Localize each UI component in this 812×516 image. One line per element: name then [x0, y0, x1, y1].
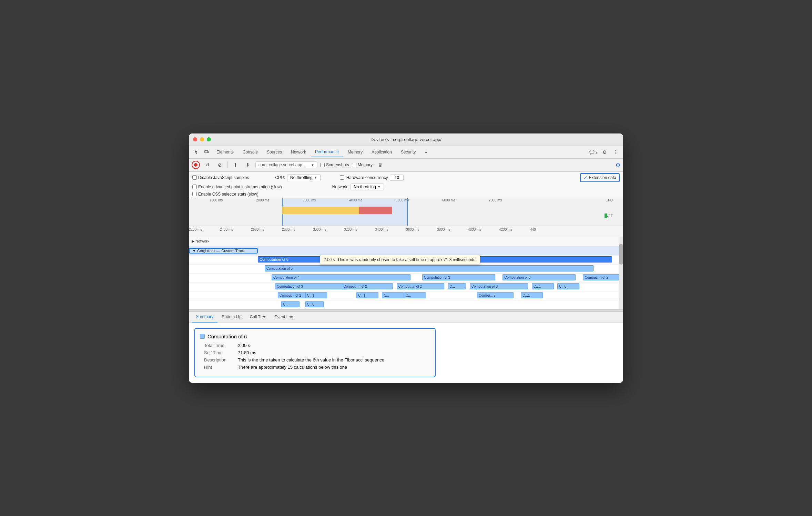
adv-paint-option[interactable]: Enable advanced paint instrumentation (s…	[192, 185, 282, 189]
flame-block-comp3-3[interactable]: Computation of 3	[503, 274, 576, 280]
ruler2-2200: 2200 ms	[189, 228, 202, 231]
flame-block-r3-2[interactable]: Comput...n of 2	[342, 283, 393, 289]
tab-performance[interactable]: Performance	[311, 147, 343, 157]
tab-call-tree[interactable]: Call Tree	[246, 311, 271, 322]
pointer-icon[interactable]	[192, 147, 201, 157]
device-toggle-icon[interactable]	[202, 147, 212, 157]
flame-row-1-content: Computation of 5	[258, 265, 623, 273]
flame-block-comp6[interactable]: Computation of 6	[258, 256, 612, 262]
memory-check-input[interactable]	[352, 163, 356, 167]
url-display: corgi-collage.vercel.app... ▼	[255, 161, 317, 168]
flame-block-comp3-2[interactable]: Computation of 3	[422, 274, 495, 280]
flame-row-5: C... C...0	[189, 300, 623, 309]
flame-row-3: Computation of 3 Comput...n of 2 Comput.…	[189, 282, 623, 291]
tab-bottom-up[interactable]: Bottom-Up	[217, 311, 245, 322]
network-track-label[interactable]: ▶ Network	[189, 239, 234, 244]
gear-icon[interactable]: ⚙	[616, 162, 620, 168]
adv-paint-check[interactable]	[192, 185, 197, 189]
corgi-track-header-row: ▼ Corgi track — Custom Track	[189, 246, 623, 256]
flame-block-r4-2[interactable]: C...1	[305, 292, 327, 298]
tab-summary[interactable]: Summary	[192, 311, 217, 322]
ruler2-container: 2200 ms 2400 ms 2600 ms 2800 ms 3000 ms …	[189, 226, 623, 237]
upload-icon[interactable]: ⬆	[231, 160, 240, 170]
separator	[227, 161, 228, 168]
ruler2-3400: 3400 ms	[375, 228, 388, 231]
flame-block-r4-5[interactable]: C...	[404, 292, 426, 298]
flame-block-r4-3[interactable]: C...1	[356, 292, 378, 298]
ruler2-2600: 2600 ms	[251, 228, 264, 231]
hw-concurrency-check[interactable]	[340, 175, 344, 180]
flame-block-r4-4[interactable]: C...	[382, 292, 404, 298]
flame-block-r3-3[interactable]: Comput...n of 2	[397, 283, 444, 289]
disable-js-option[interactable]: Disable JavaScript samples	[192, 175, 249, 180]
hw-concurrency-input[interactable]	[390, 175, 404, 181]
flame-block-r5-1[interactable]: C...	[281, 301, 300, 307]
tab-memory[interactable]: Memory	[344, 147, 367, 157]
tab-more[interactable]: »	[420, 147, 431, 157]
capture-icon[interactable]: 🖥	[375, 160, 385, 170]
title-bar: DevTools - corgi-collage.vercel.app/	[189, 133, 623, 146]
more-icon[interactable]: ⋮	[611, 147, 620, 157]
tab-sources[interactable]: Sources	[263, 147, 286, 157]
flame-block-r3-4[interactable]: C...	[448, 283, 466, 289]
minimize-button[interactable]	[200, 137, 204, 141]
flame-block-comp5[interactable]: Computation of 5	[265, 265, 593, 271]
flame-block-r3-7[interactable]: C...0	[557, 283, 579, 289]
flame-block-r5-2[interactable]: C...0	[305, 301, 324, 307]
flame-row-4-content: Comput... of 2 C...1 C...1 C... C... Com…	[258, 291, 623, 300]
download-icon[interactable]: ⬇	[243, 160, 253, 170]
extension-check-mark: ✓	[583, 175, 588, 180]
flame-block-r4-6[interactable]: Compu... 2	[477, 292, 514, 298]
options-row-2: Enable advanced paint instrumentation (s…	[192, 183, 620, 190]
window-title: DevTools - corgi-collage.vercel.app/	[371, 137, 441, 142]
extension-data-checkbox[interactable]: ✓ Extension data	[580, 173, 620, 182]
ruler2-2400: 2400 ms	[220, 228, 233, 231]
summary-swatch	[200, 334, 205, 339]
flame-block-r3-6[interactable]: C...1	[532, 283, 554, 289]
record-inner	[194, 163, 197, 167]
summary-panel: Computation of 6 Total Time 2.00 s Self …	[189, 322, 623, 383]
flame-row-0-content: Computation of 6 2.00 s This is was rand…	[258, 256, 623, 264]
tab-console[interactable]: Console	[238, 147, 262, 157]
summary-self-time: Self Time 71.80 ms	[200, 350, 430, 355]
corgi-track-label[interactable]: ▼ Corgi track — Custom Track	[189, 248, 258, 254]
corgi-track-header-content	[258, 246, 623, 255]
ruler2-4000: 4000 ms	[468, 228, 481, 231]
record-button[interactable]	[192, 161, 200, 169]
tab-network[interactable]: Network	[287, 147, 310, 157]
css-selector-check[interactable]	[192, 192, 197, 196]
refresh-icon[interactable]: ↺	[203, 160, 212, 170]
tab-security[interactable]: Security	[397, 147, 420, 157]
screenshots-checkbox[interactable]: Screenshots	[320, 162, 349, 167]
flame-block-r3-5[interactable]: Computation of 3	[470, 283, 528, 289]
network-track-content	[234, 237, 623, 246]
chat-icon[interactable]: 💬2	[589, 147, 598, 157]
screenshots-check-input[interactable]	[320, 163, 325, 167]
flame-block-r4-7[interactable]: C...1	[521, 292, 543, 298]
summary-hint: Hint There are approximately 15 calculat…	[200, 365, 430, 370]
summary-description: Description This is the time taken to ca…	[200, 357, 430, 363]
disable-js-check[interactable]	[192, 175, 197, 180]
options-bar: Disable JavaScript samples CPU: No throt…	[189, 172, 623, 198]
tab-event-log[interactable]: Event Log	[271, 311, 297, 322]
track-area: ▶ Network ▼ Corgi track — Custom Track C…	[189, 237, 623, 309]
vertical-scrollbar[interactable]	[619, 237, 623, 309]
flame-row-0: Computation of 6 2.00 s This is was rand…	[189, 256, 623, 265]
summary-card: Computation of 6 Total Time 2.00 s Self …	[194, 328, 436, 377]
network-dropdown[interactable]: No throttling ▼	[351, 183, 384, 190]
flame-block-comp4[interactable]: Computation of 4	[272, 274, 410, 280]
ruler-label-6000: 6000 ms	[442, 198, 455, 202]
css-selector-option[interactable]: Enable CSS selector stats (slow)	[192, 192, 258, 197]
summary-total-time: Total Time 2.00 s	[200, 343, 430, 348]
cpu-dropdown[interactable]: No throttling ▼	[287, 174, 321, 181]
timeline-overview[interactable]: 1000 ms 2000 ms 3000 ms 4000 ms 5000 ms …	[189, 198, 623, 226]
settings-icon[interactable]: ⚙	[600, 147, 609, 157]
scrollbar-thumb[interactable]	[619, 244, 623, 265]
flame-block-comp2-2[interactable]: Comput...n of 2	[583, 274, 619, 280]
tab-elements[interactable]: Elements	[212, 147, 238, 157]
memory-checkbox[interactable]: Memory	[352, 162, 373, 167]
maximize-button[interactable]	[207, 137, 211, 141]
tab-application[interactable]: Application	[367, 147, 396, 157]
close-button[interactable]	[193, 137, 197, 141]
cancel-icon[interactable]: ⊘	[215, 160, 225, 170]
